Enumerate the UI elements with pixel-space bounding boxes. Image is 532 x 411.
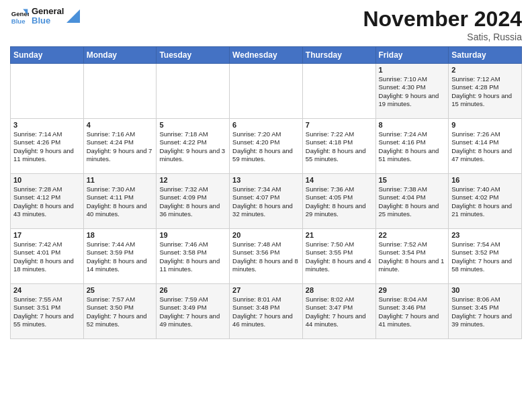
header: General Blue General Blue November 2024 … (10, 7, 522, 42)
day-number: 2 (451, 66, 519, 74)
calendar-cell (157, 64, 230, 119)
day-info: Sunset: 3:55 PM (306, 248, 373, 257)
calendar-cell (230, 64, 303, 119)
calendar-cell: 1Sunrise: 7:10 AMSunset: 4:30 PMDaylight… (375, 64, 449, 119)
day-number: 9 (451, 121, 519, 129)
day-info: Sunrise: 7:22 AM (306, 130, 373, 138)
day-info: Daylight: 9 hours and 15 minutes. (451, 92, 519, 109)
day-info: Sunrise: 8:01 AM (232, 295, 300, 304)
day-info: Sunset: 4:02 PM (451, 193, 519, 201)
day-number: 25 (87, 286, 154, 294)
calendar-cell: 28Sunrise: 8:02 AMSunset: 3:47 PMDayligh… (302, 284, 375, 339)
header-tuesday: Tuesday (157, 47, 230, 64)
day-info: Sunset: 4:11 PM (87, 193, 154, 201)
day-number: 13 (232, 176, 300, 184)
day-info: Sunset: 4:05 PM (306, 193, 373, 201)
calendar-cell: 25Sunrise: 7:57 AMSunset: 3:50 PMDayligh… (83, 284, 157, 339)
day-info: Daylight: 9 hours and 19 minutes. (379, 92, 446, 109)
day-info: Sunrise: 7:36 AM (306, 185, 373, 193)
day-info: Sunrise: 7:26 AM (451, 130, 519, 138)
header-thursday: Thursday (302, 47, 375, 64)
day-number: 12 (159, 176, 226, 184)
svg-text:Blue: Blue (11, 17, 26, 25)
day-number: 6 (232, 121, 300, 129)
calendar-cell: 19Sunrise: 7:46 AMSunset: 3:58 PMDayligh… (157, 229, 230, 284)
calendar-cell: 6Sunrise: 7:20 AMSunset: 4:20 PMDaylight… (230, 119, 303, 174)
day-info: Sunset: 3:46 PM (379, 304, 446, 312)
day-info: Sunrise: 7:16 AM (87, 130, 154, 138)
day-info: Sunrise: 7:55 AM (13, 295, 81, 304)
calendar-week-row: 3Sunrise: 7:14 AMSunset: 4:26 PMDaylight… (11, 119, 522, 174)
day-info: Sunrise: 8:02 AM (306, 295, 373, 304)
location-subtitle: Satis, Russia (363, 32, 522, 42)
day-number: 19 (159, 231, 226, 239)
day-info: Sunrise: 7:18 AM (159, 130, 226, 138)
day-info: Daylight: 8 hours and 14 minutes. (87, 257, 154, 274)
calendar-cell: 27Sunrise: 8:01 AMSunset: 3:48 PMDayligh… (230, 284, 303, 339)
day-info: Sunset: 3:50 PM (87, 304, 154, 312)
calendar-week-row: 24Sunrise: 7:55 AMSunset: 3:51 PMDayligh… (11, 284, 522, 339)
day-number: 24 (13, 286, 81, 294)
calendar-cell: 16Sunrise: 7:40 AMSunset: 4:02 PMDayligh… (449, 174, 522, 229)
calendar-cell: 18Sunrise: 7:44 AMSunset: 3:59 PMDayligh… (83, 229, 157, 284)
logo-general: General (32, 7, 64, 16)
day-info: Sunset: 4:18 PM (306, 138, 373, 146)
calendar-cell (302, 64, 375, 119)
calendar-cell: 4Sunrise: 7:16 AMSunset: 4:24 PMDaylight… (83, 119, 157, 174)
calendar-week-row: 10Sunrise: 7:28 AMSunset: 4:12 PMDayligh… (11, 174, 522, 229)
day-info: Sunset: 4:04 PM (379, 193, 446, 201)
day-info: Sunrise: 7:50 AM (306, 240, 373, 248)
day-info: Daylight: 8 hours and 1 minute. (379, 257, 446, 274)
day-info: Sunrise: 7:57 AM (87, 295, 154, 304)
calendar-cell: 20Sunrise: 7:48 AMSunset: 3:56 PMDayligh… (230, 229, 303, 284)
day-info: Sunset: 3:45 PM (451, 304, 519, 312)
day-info: Sunrise: 8:06 AM (451, 295, 519, 304)
calendar-cell: 13Sunrise: 7:34 AMSunset: 4:07 PMDayligh… (230, 174, 303, 229)
day-info: Sunset: 3:54 PM (379, 248, 446, 257)
day-info: Sunset: 3:56 PM (232, 248, 300, 257)
day-info: Sunset: 4:26 PM (13, 138, 81, 146)
day-info: Sunset: 4:09 PM (159, 193, 226, 201)
day-info: Daylight: 9 hours and 7 minutes. (87, 147, 154, 164)
day-info: Sunset: 4:14 PM (451, 138, 519, 146)
day-info: Daylight: 8 hours and 21 minutes. (451, 202, 519, 219)
calendar-cell: 3Sunrise: 7:14 AMSunset: 4:26 PMDaylight… (11, 119, 84, 174)
day-info: Daylight: 8 hours and 11 minutes. (159, 257, 226, 274)
day-info: Daylight: 8 hours and 51 minutes. (379, 147, 446, 164)
day-info: Daylight: 8 hours and 4 minutes. (306, 257, 373, 274)
day-info: Sunrise: 8:04 AM (379, 295, 446, 304)
day-info: Daylight: 9 hours and 11 minutes. (13, 147, 81, 164)
day-number: 16 (451, 176, 519, 184)
header-friday: Friday (375, 47, 449, 64)
header-sunday: Sunday (11, 47, 84, 64)
calendar-cell: 11Sunrise: 7:30 AMSunset: 4:11 PMDayligh… (83, 174, 157, 229)
day-number: 7 (306, 121, 373, 129)
calendar-header-row: Sunday Monday Tuesday Wednesday Thursday… (11, 47, 522, 64)
day-number: 15 (379, 176, 446, 184)
header-saturday: Saturday (449, 47, 522, 64)
calendar-cell: 15Sunrise: 7:38 AMSunset: 4:04 PMDayligh… (375, 174, 449, 229)
day-number: 18 (87, 231, 154, 239)
day-info: Sunset: 4:16 PM (379, 138, 446, 146)
calendar-week-row: 1Sunrise: 7:10 AMSunset: 4:30 PMDaylight… (11, 64, 522, 119)
day-info: Sunset: 3:47 PM (306, 304, 373, 312)
day-number: 4 (87, 121, 154, 129)
day-number: 14 (306, 176, 373, 184)
day-info: Sunrise: 7:52 AM (379, 240, 446, 248)
calendar-cell (11, 64, 84, 119)
calendar-cell: 9Sunrise: 7:26 AMSunset: 4:14 PMDaylight… (449, 119, 522, 174)
day-info: Sunrise: 7:20 AM (232, 130, 300, 138)
day-number: 20 (232, 231, 300, 239)
day-number: 27 (232, 286, 300, 294)
day-number: 17 (13, 231, 81, 239)
day-info: Sunset: 4:28 PM (451, 83, 519, 91)
calendar-cell: 17Sunrise: 7:42 AMSunset: 4:01 PMDayligh… (11, 229, 84, 284)
day-info: Daylight: 7 hours and 52 minutes. (87, 312, 154, 329)
calendar-cell: 14Sunrise: 7:36 AMSunset: 4:05 PMDayligh… (302, 174, 375, 229)
header-wednesday: Wednesday (230, 47, 303, 64)
calendar-cell: 12Sunrise: 7:32 AMSunset: 4:09 PMDayligh… (157, 174, 230, 229)
day-info: Daylight: 8 hours and 59 minutes. (232, 147, 300, 164)
day-info: Sunrise: 7:40 AM (451, 185, 519, 193)
day-info: Sunrise: 7:38 AM (379, 185, 446, 193)
day-info: Sunrise: 7:34 AM (232, 185, 300, 193)
